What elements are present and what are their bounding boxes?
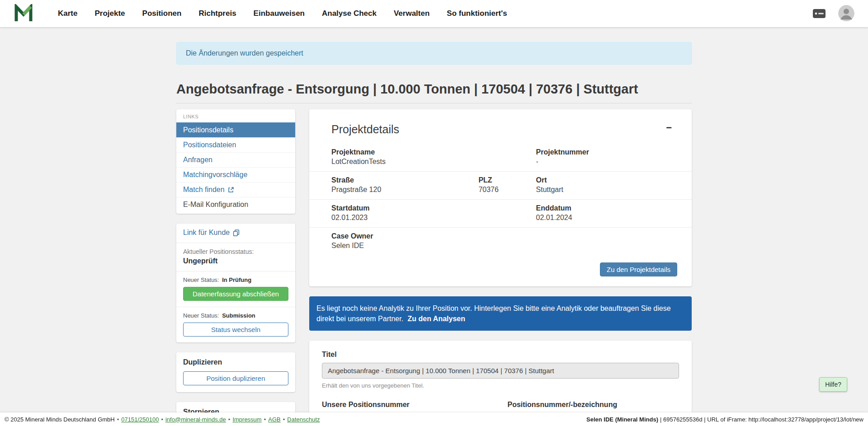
status-card: Link für Kunde Aktueller Positionsstatus…	[176, 224, 295, 342]
case-owner-value: Selen IDE	[331, 242, 670, 250]
footer: © 2025 Mineral Minds Deutschland GmbH • …	[0, 412, 868, 426]
alert-text: Die Änderungen wurden gespeichert	[186, 49, 303, 57]
copy-icon	[233, 229, 240, 236]
case-owner-label: Case Owner	[331, 232, 670, 240]
sidebar-item-positionsdateien[interactable]: Positionsdateien	[176, 137, 295, 152]
projektname-value: LotCreationTests	[331, 158, 536, 166]
next-status-label: Neuer Status:	[183, 276, 219, 283]
project-row-owner: Case Owner Selen IDE	[309, 228, 692, 255]
mineral-minds-logo-icon	[14, 4, 33, 23]
enddatum-value: 02.01.2024	[536, 214, 670, 222]
finish-data-entry-button[interactable]: Datenerfassung abschließen	[183, 287, 288, 301]
main-nav: Karte Projekte Positionen Richtpreis Ein…	[58, 9, 812, 18]
email-link[interactable]: info@mineral-minds.de	[165, 416, 226, 423]
nav-positionen[interactable]: Positionen	[142, 9, 182, 18]
analytics-banner: Es liegt noch keine Analytik zu Ihrer Po…	[309, 296, 692, 331]
footer-session-text: | 69576255536d | URL of iFrame: http://l…	[660, 416, 863, 423]
duplicate-card: Duplizieren Position duplizieren	[176, 352, 295, 392]
nav-richtpreis[interactable]: Richtpreis	[198, 9, 236, 18]
top-navbar: Karte Projekte Positionen Richtpreis Ein…	[0, 0, 868, 27]
plz-value: 70376	[478, 186, 536, 194]
content-column: Projektdetails − Projektname LotCreation…	[309, 109, 692, 426]
next-status-section-1: Neuer Status: In Prüfung Datenerfassung …	[176, 271, 295, 307]
footer-right: Selen IDE (Mineral Minds) | 69576255536d…	[586, 416, 863, 423]
startdatum-value: 02.01.2023	[331, 214, 536, 222]
title-help-text: Erhält den von uns vorgegebenen Titel.	[322, 382, 679, 389]
next-status-label: Neuer Status:	[183, 312, 219, 319]
projektnummer-value: -	[536, 158, 670, 166]
sidebar-item-matchingvorschlaege[interactable]: Matchingvorschläge	[176, 167, 295, 182]
footer-user-text: Selen IDE (Mineral Minds)	[586, 416, 658, 423]
project-details-card: Projektdetails − Projektname LotCreation…	[309, 109, 692, 286]
separator-dot: •	[161, 416, 163, 423]
duplicate-title: Duplizieren	[183, 358, 288, 366]
separator-dot: •	[264, 416, 266, 423]
project-row-dates: Startdatum 02.01.2023 Enddatum 02.01.202…	[309, 200, 692, 228]
user-avatar[interactable]	[838, 5, 854, 23]
sidebar-item-email-konfiguration[interactable]: E-Mail Konfiguration	[176, 197, 295, 212]
main-content: Die Änderungen wurden gespeichert Angebo…	[0, 42, 868, 426]
current-status-value: Ungeprüft	[183, 257, 288, 265]
impressum-link[interactable]: Impressum	[232, 416, 261, 423]
project-details-title: Projektdetails	[331, 123, 399, 136]
to-analyses-link[interactable]: Zu den Analysen	[408, 315, 465, 323]
strasse-label: Straße	[331, 176, 478, 184]
footer-left: © 2025 Mineral Minds Deutschland GmbH • …	[5, 416, 320, 423]
nav-verwalten[interactable]: Verwalten	[394, 9, 429, 18]
ort-label: Ort	[536, 176, 670, 184]
customer-link-section: Link für Kunde	[176, 224, 295, 243]
project-row-name: Projektname LotCreationTests Projektnumm…	[309, 144, 692, 172]
datenschutz-link[interactable]: Datenschutz	[287, 416, 320, 423]
current-status-label: Aktueller Positionsstatus:	[183, 248, 288, 255]
our-number-label: Unsere Positionsnummer	[322, 401, 494, 409]
collapse-icon[interactable]: −	[666, 123, 672, 133]
sidebar: LINKS Positionsdetails Positionsdateien …	[176, 109, 295, 426]
projektnummer-label: Projektnummer	[536, 148, 670, 156]
title-field-label: Titel	[322, 351, 679, 359]
phone-link[interactable]: 07151/250100	[121, 416, 159, 423]
plz-label: PLZ	[478, 176, 536, 184]
next-status-value: In Prüfung	[222, 276, 251, 283]
external-link-icon	[228, 187, 234, 193]
startdatum-label: Startdatum	[331, 204, 536, 212]
title-input	[322, 363, 679, 379]
sidebar-links-card: LINKS Positionsdetails Positionsdateien …	[176, 109, 295, 214]
app-logo[interactable]	[14, 3, 34, 24]
help-button[interactable]: Hilfe?	[819, 377, 847, 392]
page-title: Angebotsanfrage - Entsorgung | 10.000 To…	[176, 82, 692, 103]
next-status-line-1: Neuer Status: In Prüfung	[183, 276, 288, 283]
duplicate-position-button[interactable]: Position duplizieren	[183, 371, 288, 385]
copyright-text: © 2025 Mineral Minds Deutschland GmbH	[5, 416, 115, 423]
separator-dot: •	[117, 416, 119, 423]
separator-dot: •	[228, 416, 231, 423]
links-header: LINKS	[176, 109, 295, 122]
sidebar-item-label: Match finden	[183, 186, 225, 194]
nav-analyse-check[interactable]: Analyse Check	[322, 9, 377, 18]
custom-number-label: Positionsnummer/-bezeichnung	[508, 401, 679, 409]
current-status-section: Aktueller Positionsstatus: Ungeprüft	[176, 243, 295, 271]
device-icon[interactable]	[812, 8, 826, 19]
projektname-label: Projektname	[331, 148, 536, 156]
customer-link[interactable]: Link für Kunde	[183, 229, 240, 237]
next-status-value: Submission	[222, 312, 255, 319]
customer-link-label: Link für Kunde	[183, 229, 230, 237]
project-row-address: Straße Pragstraße 120 PLZ 70376 Ort Stut…	[309, 172, 692, 200]
enddatum-label: Enddatum	[536, 204, 670, 212]
nav-projekte[interactable]: Projekte	[94, 9, 125, 18]
nav-so-funktionierts[interactable]: So funktioniert's	[447, 9, 507, 18]
analytics-text: Es liegt noch keine Analytik zu Ihrer Po…	[316, 304, 671, 323]
ort-value: Stuttgart	[536, 186, 670, 194]
agb-link[interactable]: AGB	[268, 416, 280, 423]
sidebar-item-match-finden[interactable]: Match finden	[176, 182, 295, 197]
next-status-line-2: Neuer Status: Submission	[183, 312, 288, 319]
sidebar-item-anfragen[interactable]: Anfragen	[176, 152, 295, 167]
separator-dot: •	[283, 416, 285, 423]
success-alert: Die Änderungen wurden gespeichert	[176, 42, 692, 65]
header-actions	[812, 5, 854, 23]
switch-status-button[interactable]: Status wechseln	[183, 323, 288, 337]
to-project-details-button[interactable]: Zu den Projektdetails	[600, 262, 677, 276]
nav-karte[interactable]: Karte	[58, 9, 77, 18]
nav-einbauweisen[interactable]: Einbauweisen	[254, 9, 305, 18]
sidebar-item-positionsdetails[interactable]: Positionsdetails	[176, 122, 295, 137]
next-status-section-2: Neuer Status: Submission Status wechseln	[176, 307, 295, 342]
